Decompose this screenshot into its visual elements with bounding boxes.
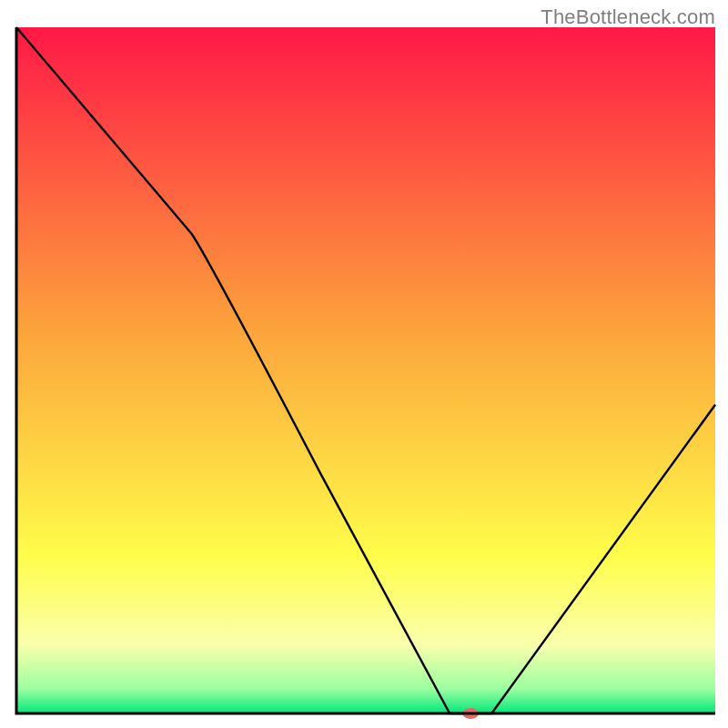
plot-area	[16, 27, 715, 719]
gradient-background	[16, 27, 715, 713]
chart-container: TheBottleneck.com	[0, 0, 728, 728]
bottleneck-chart	[0, 0, 728, 728]
